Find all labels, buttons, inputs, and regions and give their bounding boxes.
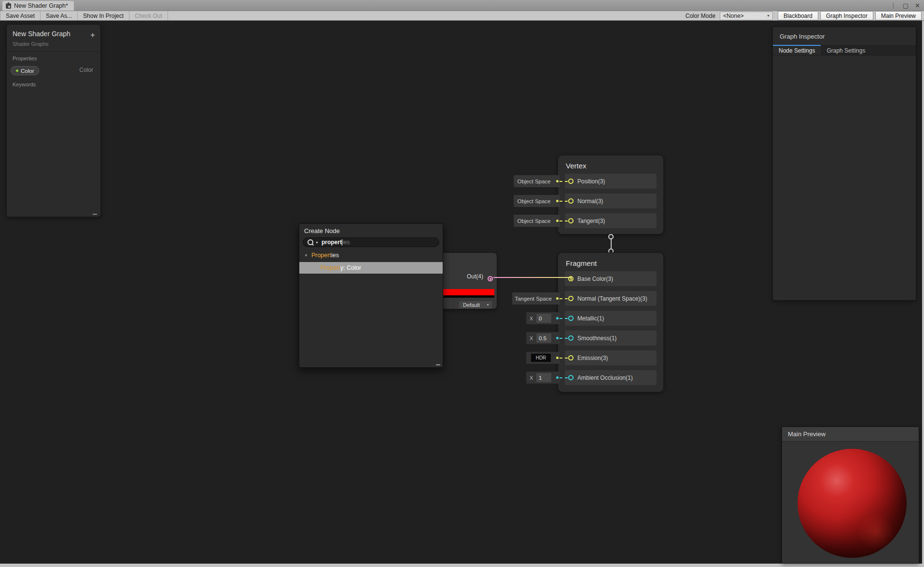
create-node-title: Create Node [299, 224, 443, 237]
keywords-section-label: Keywords [7, 75, 100, 87]
result-row-property-color[interactable]: Property: Color [299, 262, 443, 274]
fragment-row-normal: Tangent Space Normal (Tangent Space)(3) [565, 291, 657, 306]
position-space-dropdown[interactable]: Object Space [514, 175, 560, 187]
smoothness-value-field[interactable]: 0.5 [536, 333, 551, 343]
main-preview-header: Main Preview [782, 427, 919, 442]
default-wire-dash [560, 338, 568, 339]
graph-inspector-panel: Graph Inspector Node Settings Graph Sett… [772, 27, 916, 301]
port-label: Normal(3) [577, 198, 603, 205]
blackboard-title: New Shader Graph [7, 25, 100, 38]
smoothness-port[interactable] [568, 335, 574, 341]
port-label: Emission(3) [577, 355, 608, 361]
fragment-node[interactable]: Fragment Base Color(3) Tangent Space Nor… [558, 252, 664, 392]
normal-space-dropdown[interactable]: Object Space [514, 195, 560, 207]
property-type-dot [16, 69, 18, 72]
vertex-row-position: Object Space Position(3) [565, 174, 657, 189]
edge-color-to-basecolor[interactable] [493, 277, 572, 278]
create-node-popup: Create Node ▼ properties ▼ Properties Pr… [299, 223, 443, 368]
popup-resize-handle[interactable] [436, 364, 440, 365]
tangent-port[interactable] [568, 218, 574, 223]
default-value-dot [556, 180, 559, 182]
color-mode-dropdown[interactable]: <None> ▼ [720, 12, 773, 20]
blackboard-subtitle: Shader Graphs [7, 38, 100, 52]
port-label: Metallic(1) [577, 315, 604, 322]
hdr-color-swatch[interactable]: HDR [531, 354, 551, 362]
category-row-properties[interactable]: ▼ Properties [299, 251, 443, 260]
shader-graph-asset-icon [6, 3, 11, 9]
add-property-button[interactable]: + [90, 31, 95, 39]
document-tab[interactable]: New Shader Graph* [2, 1, 74, 11]
save-asset-button[interactable]: Save Asset [0, 11, 41, 20]
default-wire-dash [560, 358, 568, 359]
port-label: Ambient Occlusion(1) [577, 374, 633, 381]
color-mode-label: Color Mode [686, 13, 715, 19]
smoothness-default-input: X 0.5 [526, 332, 560, 344]
node-search-input[interactable]: ▼ properties [303, 237, 439, 247]
menu-icon[interactable]: ⋮ [890, 2, 896, 9]
fragment-node-title: Fragment [566, 259, 657, 268]
color-mode-value: <None> [723, 13, 744, 19]
save-as-button[interactable]: Save As... [41, 11, 78, 20]
vertex-node[interactable]: Vertex Object Space Position(3) Object S… [558, 155, 664, 235]
maximize-icon[interactable]: ▢ [903, 2, 909, 9]
document-tab-title: New Shader Graph* [14, 2, 68, 9]
default-wire-dash [560, 221, 568, 221]
search-filter-caret-icon[interactable]: ▼ [315, 241, 319, 244]
port-label: Tangent(3) [577, 218, 605, 224]
metallic-value-field[interactable]: 0 [536, 314, 551, 323]
port-label: Position(3) [577, 178, 605, 185]
check-out-button: Check Out [129, 11, 168, 20]
connector-ring-top [608, 234, 614, 239]
default-value-dot [556, 200, 559, 202]
emission-port[interactable] [568, 355, 574, 360]
blackboard-resize-handle[interactable] [93, 214, 97, 215]
port-label: Base Color(3) [577, 276, 613, 282]
main-preview-toggle-button[interactable]: Main Preview [875, 11, 922, 20]
properties-section-label: Properties [7, 52, 100, 61]
default-value-dot [556, 357, 559, 359]
normal-tangent-space-port[interactable] [568, 296, 574, 301]
graph-inspector-toggle-button[interactable]: Graph Inspector [820, 11, 873, 20]
ambient-occlusion-port[interactable] [568, 375, 574, 380]
search-autocomplete-hint: ies [342, 239, 350, 246]
color-out-port[interactable] [488, 276, 493, 281]
preview-sphere[interactable] [798, 449, 907, 558]
default-value-dot [556, 317, 559, 319]
blackboard-toggle-button[interactable]: Blackboard [778, 11, 818, 20]
x-component-label: X [530, 375, 533, 381]
normal-port[interactable] [568, 198, 574, 204]
color-swatch[interactable] [435, 289, 494, 295]
default-value-dot [556, 220, 559, 222]
window-border-bottom [0, 564, 924, 567]
tangent-space-dropdown[interactable]: Object Space [514, 215, 560, 227]
toolbar: Save Asset Save As... Show In Project Ch… [0, 11, 924, 21]
tab-node-settings[interactable]: Node Settings [773, 45, 821, 55]
category-match-text: Propert [311, 252, 331, 259]
space-tag-label: Tangent Space [515, 296, 552, 302]
position-port[interactable] [568, 179, 574, 184]
foldout-icon[interactable]: ▼ [304, 253, 308, 258]
close-icon[interactable]: ✕ [915, 2, 920, 9]
color-mode-select[interactable]: Default ▼ [459, 301, 492, 308]
default-wire-dash [560, 181, 568, 182]
metallic-port[interactable] [568, 316, 574, 321]
color-node[interactable]: Out(4) Default ▼ [434, 252, 497, 309]
show-in-project-button[interactable]: Show In Project [78, 11, 129, 20]
default-wire-dash [560, 318, 568, 319]
window-controls: ⋮ ▢ ✕ [890, 0, 920, 11]
property-pill-color[interactable]: Color [11, 66, 39, 75]
window-border-right [922, 21, 924, 567]
ambient-occlusion-value-field[interactable]: 1 [536, 373, 551, 382]
tab-graph-settings[interactable]: Graph Settings [821, 45, 871, 55]
window-titlebar: New Shader Graph* ⋮ ▢ ✕ [0, 0, 924, 11]
normal-space-dropdown[interactable]: Tangent Space [512, 292, 560, 304]
color-alpha-bar [435, 295, 494, 298]
default-value-dot [556, 337, 559, 339]
search-typed-text: propert [322, 239, 342, 246]
x-component-label: X [530, 335, 533, 341]
space-tag-label: Object Space [517, 198, 550, 204]
toolbar-right-group: Color Mode <None> ▼ Blackboard Graph Ins… [686, 11, 922, 20]
blackboard-panel[interactable]: New Shader Graph + Shader Graphs Propert… [6, 24, 101, 217]
vertex-row-normal: Object Space Normal(3) [565, 194, 657, 208]
result-rest-text: y: Color [340, 264, 361, 271]
